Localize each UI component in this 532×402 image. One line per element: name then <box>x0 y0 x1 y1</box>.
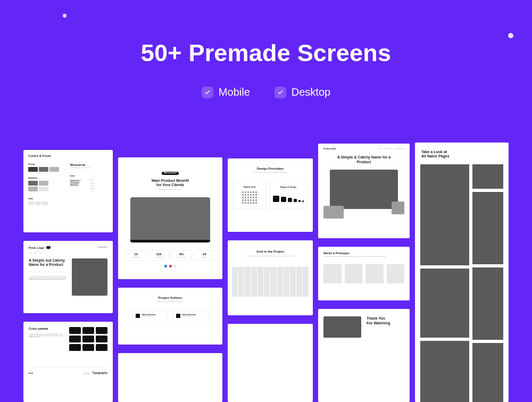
card-placeholder[interactable] <box>228 324 313 402</box>
gallery-col: Take a Look at All Name Pages <box>415 143 509 402</box>
preview <box>472 192 503 264</box>
card-title: Design Principles <box>233 167 307 171</box>
headline: All Name Pages <box>421 154 502 158</box>
decor-dot <box>508 33 513 38</box>
stat: 120UI Frames <box>148 250 169 261</box>
gallery-col: About product Main Product Benefit for Y… <box>118 157 222 402</box>
preview <box>420 341 469 402</box>
card-title: Grid in the Project <box>228 250 313 254</box>
laptop-mock <box>130 197 210 242</box>
body-text: A quick bit of supporting description of… <box>29 277 68 281</box>
swatch <box>28 187 38 191</box>
meta: Tiny <box>91 191 109 193</box>
nav-item[interactable]: Presentation <box>97 247 107 249</box>
swatch <box>69 327 81 334</box>
meta: Label <box>91 189 109 191</box>
swatch <box>35 202 41 205</box>
card-prod-logo[interactable]: Prod. Logo Presentation Tag 1 Tag 2 Tag … <box>23 241 113 313</box>
option-desktop[interactable]: Desktop <box>275 86 330 98</box>
avatar-icon <box>176 314 180 318</box>
swatch <box>69 344 81 351</box>
thumb <box>387 264 405 283</box>
social-icon[interactable] <box>164 265 167 267</box>
card-product-name[interactable]: Product Name Tag 1 Tag 2 Tag 3 December … <box>318 144 410 238</box>
meta: Body <box>91 179 109 181</box>
option-label: Mobile <box>219 86 250 98</box>
hero-mock <box>323 170 404 219</box>
font-desc: A well-crafted font for titles and copy. <box>70 168 108 169</box>
swatch <box>82 327 94 334</box>
swatch <box>49 167 59 172</box>
swatch <box>39 181 48 186</box>
social-row <box>126 265 215 267</box>
group-label: Additional <box>28 177 66 179</box>
image-placeholder <box>323 316 361 338</box>
headline: Take a Look at <box>421 150 502 154</box>
social-icon[interactable] <box>174 265 177 267</box>
author-role: Role description <box>182 316 196 317</box>
stat: 04Concepts <box>194 250 215 261</box>
card-principles[interactable]: Design Principles The workshop set is mi… <box>228 158 313 232</box>
tag: Tag 3 <box>389 148 392 150</box>
page-previews <box>415 164 509 402</box>
card-all-pages[interactable]: Take a Look at All Name Pages <box>415 143 509 402</box>
card-colors-fonts[interactable]: Colors & Fonts Primary Additional <box>23 150 113 232</box>
swatch <box>96 344 107 351</box>
card-title: Color palette <box>29 327 64 331</box>
preview <box>472 267 503 340</box>
swatch <box>28 181 38 186</box>
card-color-palette[interactable]: Color palette A minimal palette set at t… <box>23 322 113 402</box>
thumb <box>365 264 384 283</box>
swatch <box>28 167 38 172</box>
swatch <box>96 327 107 334</box>
swatch <box>69 336 81 342</box>
card-thank-you[interactable]: Thank You For Watching <box>318 309 410 402</box>
swatch <box>42 202 48 205</box>
brand: Prod. Logo <box>29 246 44 249</box>
preview <box>472 343 503 402</box>
body-text: A minimal palette set at the color scale… <box>29 334 64 339</box>
brand: Product Name <box>323 148 336 150</box>
card-grid[interactable]: Grid in the Project A 12-column grid add… <box>228 240 313 315</box>
card-title: Project Authors <box>124 296 216 300</box>
swatch <box>39 167 48 172</box>
headline: For Watching <box>367 321 404 325</box>
thumb <box>345 264 363 283</box>
screens-gallery: Colors & Fonts Primary Additional <box>0 143 532 402</box>
tag: Tag 1 <box>29 253 32 254</box>
subtitle: Wireframe grid for drafts and a clean re… <box>323 256 404 258</box>
brand-mark <box>46 246 51 249</box>
option-mobile[interactable]: Mobile <box>202 86 250 98</box>
thumb-row <box>318 264 410 290</box>
gallery-col: Design Principles The workshop set is mi… <box>228 158 313 402</box>
swatch <box>82 344 94 351</box>
card-placeholder[interactable] <box>118 353 222 402</box>
panel-title: Margins in Design <box>273 186 304 188</box>
subtitle: A 12-column grid adds structure to layou… <box>238 256 302 257</box>
gallery-col: Product Name Tag 1 Tag 2 Tag 3 December … <box>318 144 410 402</box>
group-label: Primary <box>28 163 66 165</box>
decor-dot <box>63 14 66 18</box>
thumb <box>323 264 342 283</box>
preview <box>420 269 469 338</box>
card-authors[interactable]: Project Authors Show the team behind the… <box>118 288 222 345</box>
headline: A Simple but Catchy Name for a Product <box>29 258 68 267</box>
subtitle: Here is a simple line for a product tag … <box>126 189 215 191</box>
font-name: Montserrat <box>70 163 108 166</box>
heading-sample: Heading 3 <box>70 184 88 186</box>
group-label: Other <box>28 198 66 200</box>
footer-left: Inter <box>29 372 34 374</box>
font-name: Inter <box>70 174 108 177</box>
dot-grid <box>237 191 262 204</box>
author: Name Surname Role description <box>172 310 209 322</box>
card-sketch[interactable]: Sketch & Prototypes Wireframe grid for d… <box>318 247 410 300</box>
swatch <box>96 336 107 342</box>
swatch <box>28 202 34 205</box>
hero-options: Mobile Desktop <box>0 86 532 98</box>
social-icon[interactable] <box>169 265 172 267</box>
headline: for Your Clients <box>126 183 215 187</box>
tag: Tag 3 <box>39 253 43 254</box>
card-product-benefit[interactable]: About product Main Product Benefit for Y… <box>118 157 222 279</box>
tag: Tag 2 <box>384 148 387 150</box>
tag: Tag 2 <box>34 253 37 254</box>
